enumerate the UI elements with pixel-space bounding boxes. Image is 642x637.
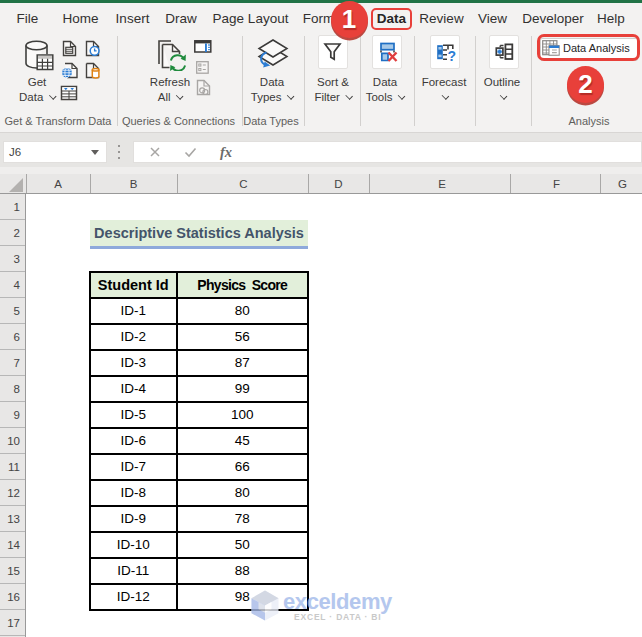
svg-text:?: ? — [448, 48, 457, 64]
